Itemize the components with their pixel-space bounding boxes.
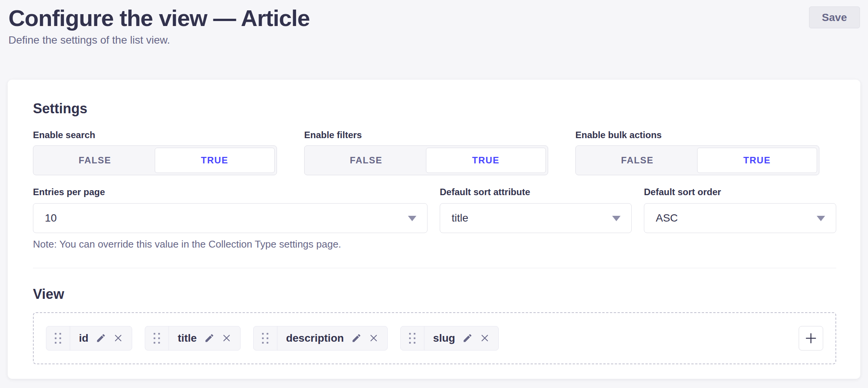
drag-handle[interactable] [145, 326, 169, 350]
drag-handle[interactable] [46, 326, 70, 350]
drag-handle[interactable] [254, 326, 277, 350]
default-sort-order-field: Default sort order ASC [644, 187, 836, 233]
enable-filters-label: Enable filters [304, 130, 548, 141]
close-icon [222, 333, 231, 343]
enable-search-false-option[interactable]: FALSE [35, 148, 155, 173]
settings-card: Settings Enable search FALSE TRUE Enable… [8, 80, 860, 379]
enable-search-label: Enable search [33, 130, 277, 141]
enable-search-true-option[interactable]: TRUE [155, 148, 275, 173]
configure-view-page: { "colors": { "accent": "#4945ff", "head… [0, 0, 868, 388]
view-heading: View [33, 286, 836, 302]
edit-field-button[interactable] [204, 333, 215, 343]
drag-handle-icon [54, 333, 62, 344]
save-button[interactable]: Save [809, 7, 860, 28]
edit-field-button[interactable] [351, 333, 362, 343]
chip-body: title [169, 326, 240, 350]
field-chip-label: title [178, 332, 197, 344]
section-divider [33, 268, 836, 268]
enable-filters-false-option[interactable]: FALSE [306, 148, 426, 173]
field-chip-label: description [286, 332, 344, 344]
remove-field-button[interactable] [113, 333, 123, 343]
field-chip-description: description [253, 326, 388, 351]
enable-bulk-actions-true-option[interactable]: TRUE [697, 148, 817, 173]
close-icon [113, 333, 123, 343]
edit-field-button[interactable] [462, 333, 473, 343]
chip-body: id [70, 326, 132, 350]
drag-handle-icon [409, 333, 416, 344]
default-sort-order-label: Default sort order [644, 187, 836, 198]
enable-filters-toggle[interactable]: FALSE TRUE [304, 145, 548, 175]
close-icon [369, 333, 378, 343]
entries-per-page-value: 10 [45, 212, 57, 224]
entries-per-page-select[interactable]: 10 [33, 203, 427, 233]
caret-down-icon [817, 216, 825, 221]
remove-field-button[interactable] [222, 333, 231, 343]
default-sort-attribute-select[interactable]: title [440, 203, 632, 233]
entries-per-page-label: Entries per page [33, 187, 427, 198]
caret-down-icon [408, 216, 416, 221]
field-chip-label: slug [433, 332, 455, 344]
drag-handle[interactable] [401, 326, 424, 350]
enable-search-toggle[interactable]: FALSE TRUE [33, 145, 277, 175]
remove-field-button[interactable] [369, 333, 378, 343]
pencil-icon [351, 333, 362, 343]
enable-bulk-actions-false-option[interactable]: FALSE [578, 148, 697, 173]
plus-icon [805, 332, 817, 344]
enable-bulk-actions-field: Enable bulk actions FALSE TRUE [575, 130, 819, 175]
field-chip-label: id [79, 332, 88, 344]
pencil-icon [96, 333, 106, 343]
drag-handle-icon [153, 333, 160, 344]
default-sort-order-value: ASC [656, 212, 678, 224]
select-row: Entries per page 10 Default sort attribu… [33, 187, 836, 233]
field-chip-id: id [46, 326, 132, 351]
field-chip-slug: slug [400, 326, 499, 351]
remove-field-button[interactable] [480, 333, 490, 343]
chip-body: description [277, 326, 387, 350]
page-subtitle: Define the settings of the list view. [8, 34, 860, 46]
pencil-icon [462, 333, 473, 343]
drag-handle-icon [262, 333, 269, 344]
default-sort-attribute-value: title [452, 212, 468, 224]
view-fields-dropzone: id title [33, 312, 836, 364]
enable-filters-field: Enable filters FALSE TRUE [304, 130, 548, 175]
entries-per-page-field: Entries per page 10 [33, 187, 427, 233]
default-sort-attribute-label: Default sort attribute [440, 187, 632, 198]
page-title: Configure the view — Article [8, 4, 860, 33]
edit-field-button[interactable] [96, 333, 106, 343]
chip-body: slug [424, 326, 499, 350]
enable-filters-true-option[interactable]: TRUE [426, 148, 546, 173]
close-icon [480, 333, 490, 343]
entries-per-page-note: Note: You can override this value in the… [33, 238, 836, 250]
settings-heading: Settings [33, 100, 836, 117]
enable-bulk-actions-toggle[interactable]: FALSE TRUE [575, 145, 819, 175]
add-field-button[interactable] [799, 326, 823, 351]
caret-down-icon [612, 216, 621, 221]
pencil-icon [204, 333, 215, 343]
page-header: Configure the view — Article Define the … [0, 0, 868, 46]
toggle-row: Enable search FALSE TRUE Enable filters … [33, 130, 836, 175]
enable-bulk-actions-label: Enable bulk actions [575, 130, 819, 141]
field-chip-title: title [145, 326, 241, 351]
default-sort-order-select[interactable]: ASC [644, 203, 836, 233]
enable-search-field: Enable search FALSE TRUE [33, 130, 277, 175]
default-sort-attribute-field: Default sort attribute title [440, 187, 632, 233]
